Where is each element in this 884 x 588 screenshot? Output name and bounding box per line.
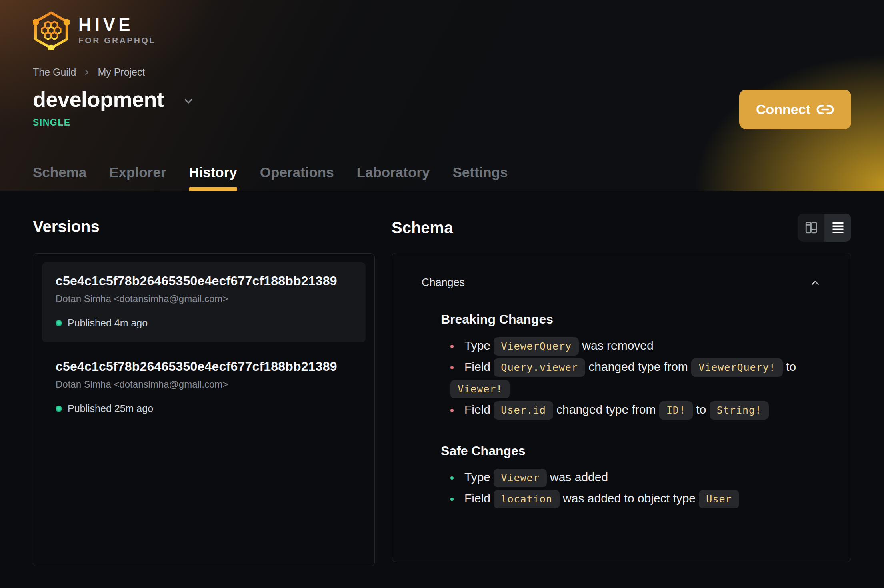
code-chip: ViewerQuery [494, 337, 579, 356]
schema-column: Schema Changes [392, 191, 851, 566]
brand-name: HIVE [78, 16, 156, 34]
tab-label: Operations [260, 164, 334, 180]
code-chip: location [494, 490, 559, 508]
safe-changes-list: Type Viewer was addedField location was … [441, 466, 821, 509]
code-chip: Viewer! [450, 380, 510, 398]
version-status-text: Published 25m ago [68, 403, 153, 414]
change-text: changed type from [553, 403, 659, 416]
tab-bar: Schema Explorer History Operations Labor… [33, 164, 851, 191]
change-item: Field Query.viewer changed type from Vie… [450, 356, 821, 399]
change-text: changed type from [585, 360, 691, 373]
brand-logo[interactable]: HIVE FOR GRAPHQL [33, 10, 851, 50]
code-chip: User.id [494, 401, 553, 420]
version-status: Published 25m ago [56, 403, 352, 414]
change-text: was removed [579, 339, 654, 352]
changes-collapse-toggle[interactable]: Changes [422, 276, 821, 289]
published-dot-icon [56, 406, 62, 412]
target-title-row: development [33, 87, 851, 112]
chevron-up-icon [809, 277, 821, 289]
changes-body: Breaking Changes Type ViewerQuery was re… [441, 312, 821, 509]
code-chip: User [699, 490, 739, 508]
change-text: Field [464, 403, 494, 416]
version-status-text: Published 4m ago [68, 317, 148, 329]
chevron-down-icon[interactable] [182, 95, 194, 107]
versions-column: Versions c5e4c1c5f78b26465350e4ecf677cf1… [33, 191, 375, 566]
connect-button[interactable]: Connect [739, 90, 851, 129]
change-item: Field User.id changed type from ID! to S… [450, 399, 821, 420]
code-chip: ID! [659, 401, 693, 420]
page-header: HIVE FOR GRAPHQL The Guild My Project de… [0, 0, 884, 191]
change-text: Field [464, 360, 494, 373]
version-hash: c5e4c1c5f78b26465350e4ecf677cf188bb21389 [56, 359, 352, 374]
target-type-badge: SINGLE [33, 117, 851, 128]
change-text: Field [464, 492, 494, 505]
breadcrumb-project-link[interactable]: My Project [98, 66, 145, 78]
tab-label: Schema [33, 164, 86, 180]
version-hash: c5e4c1c5f78b26465350e4ecf677cf188bb21389 [56, 274, 352, 288]
change-item: Field location was added to object type … [450, 488, 821, 509]
tab-label: Laboratory [357, 164, 430, 180]
schema-header: Schema [392, 214, 851, 242]
main-content: Versions c5e4c1c5f78b26465350e4ecf677cf1… [0, 191, 884, 566]
code-chip: Query.viewer [494, 358, 585, 377]
chevron-right-icon [82, 68, 91, 77]
connect-button-label: Connect [756, 102, 810, 117]
tab-laboratory[interactable]: Laboratory [357, 164, 430, 191]
tab-label: Settings [452, 164, 508, 180]
brand-wordmark: HIVE FOR GRAPHQL [78, 16, 156, 45]
breaking-changes-list: Type ViewerQuery was removedField Query.… [441, 335, 821, 420]
hive-logo-icon [33, 10, 70, 50]
changes-label: Changes [422, 276, 465, 289]
view-toggle [798, 214, 851, 242]
change-text: to [783, 360, 796, 373]
change-item: Type Viewer was added [450, 466, 821, 488]
code-chip: Viewer [494, 469, 546, 487]
version-author: Dotan Simha <dotansimha@gmail.com> [56, 293, 352, 304]
columns-view-icon [804, 220, 818, 235]
versions-heading: Versions [33, 218, 375, 236]
version-author: Dotan Simha <dotansimha@gmail.com> [56, 379, 352, 390]
columns-view-button[interactable] [798, 214, 824, 242]
tab-label: Explorer [109, 164, 166, 180]
breadcrumb: The Guild My Project [33, 66, 851, 78]
brand-tagline: FOR GRAPHQL [78, 36, 156, 45]
version-status: Published 4m ago [56, 317, 352, 329]
tab-history[interactable]: History [189, 164, 237, 191]
version-item[interactable]: c5e4c1c5f78b26465350e4ecf677cf188bb21389… [42, 348, 366, 428]
link-icon [816, 100, 834, 119]
breadcrumb-org-link[interactable]: The Guild [33, 66, 76, 78]
list-view-icon [831, 220, 845, 235]
target-title: development [33, 87, 164, 112]
schema-heading: Schema [392, 219, 453, 237]
tab-explorer[interactable]: Explorer [109, 164, 166, 191]
change-text: Type [464, 339, 494, 352]
change-text: Type [464, 470, 494, 484]
version-item[interactable]: c5e4c1c5f78b26465350e4ecf677cf188bb21389… [42, 262, 366, 342]
change-text: was added [547, 470, 608, 484]
list-view-button[interactable] [824, 214, 851, 242]
breaking-changes-title: Breaking Changes [441, 312, 821, 327]
code-chip: String! [710, 401, 769, 420]
code-chip: ViewerQuery! [691, 358, 783, 377]
tab-operations[interactable]: Operations [260, 164, 334, 191]
published-dot-icon [56, 320, 62, 326]
versions-panel: c5e4c1c5f78b26465350e4ecf677cf188bb21389… [33, 253, 375, 566]
change-item: Type ViewerQuery was removed [450, 335, 821, 356]
schema-changes-panel: Changes Breaking Changes Type ViewerQuer… [392, 253, 851, 562]
tab-label: History [189, 164, 237, 180]
change-text: to [693, 403, 710, 416]
change-text: was added to object type [560, 492, 699, 505]
safe-changes-title: Safe Changes [441, 444, 821, 458]
tab-settings[interactable]: Settings [452, 164, 508, 191]
tab-schema[interactable]: Schema [33, 164, 86, 191]
